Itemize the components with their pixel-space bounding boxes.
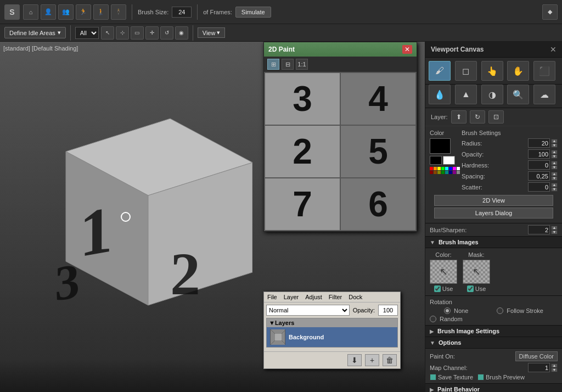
color-use-checkbox[interactable] bbox=[434, 285, 441, 292]
diamond-icon[interactable]: ◆ bbox=[542, 4, 558, 20]
rect-select-icon[interactable]: ▭ bbox=[131, 26, 144, 40]
map-channel-down[interactable]: ▼ bbox=[551, 368, 558, 372]
layers-footer-btn1[interactable]: ⬇ bbox=[347, 354, 362, 366]
palette-color-cell[interactable] bbox=[453, 171, 456, 174]
toolbar-icon-figure[interactable]: 🏃 bbox=[76, 4, 91, 20]
half-circle-tool[interactable]: ◑ bbox=[481, 85, 503, 104]
radius-up[interactable]: ▲ bbox=[551, 139, 558, 143]
layer-select-btn[interactable]: ⊡ bbox=[488, 110, 504, 124]
options-section-header[interactable]: ▼ Options bbox=[425, 337, 562, 349]
paint-tile[interactable]: 6 bbox=[341, 178, 415, 230]
toolbar-icon-1[interactable]: ⌂ bbox=[23, 4, 38, 20]
opacity-input[interactable] bbox=[528, 149, 550, 159]
triangle-tool[interactable]: ▲ bbox=[455, 85, 477, 104]
spacing-down[interactable]: ▼ bbox=[551, 176, 558, 181]
palette-color-cell[interactable] bbox=[449, 171, 452, 174]
palette-color-cell[interactable] bbox=[441, 167, 445, 170]
paint-tile[interactable]: 2 bbox=[265, 126, 340, 177]
radius-down[interactable]: ▼ bbox=[551, 143, 558, 148]
scatter-input[interactable] bbox=[528, 182, 550, 192]
palette-color-cell[interactable] bbox=[437, 171, 441, 174]
magnify-tool[interactable]: 🔍 bbox=[507, 85, 529, 104]
layers-section-header[interactable]: ▼ Layers bbox=[267, 318, 397, 327]
zoom-1to1[interactable]: 1:1 bbox=[296, 59, 308, 70]
palette-color-cell[interactable] bbox=[449, 167, 452, 170]
all-dropdown[interactable]: All bbox=[75, 27, 99, 39]
palette-color-cell[interactable] bbox=[445, 171, 448, 174]
opacity-down[interactable]: ▼ bbox=[551, 154, 558, 159]
palette-color-cell[interactable] bbox=[441, 171, 445, 174]
paint-canvas[interactable]: 342576 bbox=[264, 72, 417, 231]
toolbar-icon-person2[interactable]: 👥 bbox=[58, 4, 74, 20]
eraser-tool[interactable]: ◻ bbox=[455, 61, 477, 81]
layers-menu-file[interactable]: File bbox=[267, 294, 277, 300]
palette-color-cell[interactable] bbox=[434, 167, 437, 170]
simulate-button[interactable]: Simulate bbox=[235, 7, 271, 18]
rotate-icon[interactable]: ↺ bbox=[160, 26, 173, 40]
view-button[interactable]: View ▾ bbox=[198, 27, 226, 38]
hardness-input[interactable] bbox=[528, 160, 550, 170]
toolbar-icon-figure3[interactable]: 🕴 bbox=[111, 4, 126, 20]
brush-size-input[interactable] bbox=[172, 7, 192, 18]
background-layer-item[interactable]: Background bbox=[267, 327, 397, 347]
brush-preview-checkbox[interactable] bbox=[477, 374, 484, 380]
layers-menu-adjust[interactable]: Adjust bbox=[305, 294, 322, 300]
layers-menu-filter[interactable]: Filter bbox=[329, 294, 342, 300]
toolbar-icon-figure2[interactable]: 🚶 bbox=[93, 4, 109, 20]
grid-icon[interactable]: ⊞ bbox=[267, 59, 279, 70]
brush-image-settings-section[interactable]: ▶ Brush Image Settings bbox=[425, 326, 562, 337]
spray-tool[interactable]: ☁ bbox=[533, 85, 555, 104]
palette-color-cell[interactable] bbox=[457, 171, 460, 174]
eye-icon[interactable]: ◉ bbox=[175, 26, 188, 40]
hardness-up[interactable]: ▲ bbox=[551, 161, 558, 165]
select-icon[interactable]: ↖ bbox=[101, 26, 114, 40]
brush-images-section-header[interactable]: ▼ Brush Images bbox=[425, 237, 562, 248]
layers-dialog-button[interactable]: Layers Dialog bbox=[434, 208, 553, 219]
layers-add-button[interactable]: + bbox=[365, 354, 379, 366]
palette-color-cell[interactable] bbox=[453, 167, 456, 170]
right-panel-close-button[interactable]: ✕ bbox=[550, 45, 557, 54]
opacity-up[interactable]: ▲ bbox=[551, 150, 558, 154]
color-brush-thumb[interactable]: ↖ bbox=[430, 260, 457, 284]
paint-tile[interactable]: 5 bbox=[341, 126, 415, 177]
grid2-icon[interactable]: ⊟ bbox=[282, 59, 294, 70]
view-2d-button[interactable]: 2D View bbox=[434, 195, 553, 206]
paint-tile[interactable]: 7 bbox=[265, 178, 340, 230]
mask-use-checkbox[interactable] bbox=[467, 285, 474, 292]
fill-tool[interactable]: ⬛ bbox=[533, 61, 555, 81]
spacing-input[interactable] bbox=[528, 171, 550, 181]
mask-brush-thumb[interactable]: ↖ bbox=[463, 260, 490, 284]
paint-on-value[interactable]: Diffuse Color bbox=[515, 351, 558, 361]
map-channel-up[interactable]: ▲ bbox=[551, 363, 558, 368]
dialog-close-button[interactable]: ✕ bbox=[402, 45, 412, 54]
opacity-input[interactable] bbox=[378, 305, 398, 316]
paint-behavior-section[interactable]: ▶ Paint Behavior bbox=[425, 384, 562, 392]
save-texture-checkbox[interactable] bbox=[430, 374, 436, 380]
layers-menu-dock[interactable]: Dock bbox=[349, 294, 362, 300]
scatter-down[interactable]: ▼ bbox=[551, 187, 558, 192]
3d-viewport[interactable]: [standard] [Default Shading] 1 3 2 bbox=[0, 42, 425, 392]
paint-tile[interactable]: 3 bbox=[265, 73, 340, 125]
none-radio[interactable] bbox=[444, 307, 451, 314]
layer-up-btn[interactable]: ⬆ bbox=[451, 110, 467, 124]
blend-mode-select[interactable]: Normal bbox=[266, 305, 350, 316]
toolbar-icon-person[interactable]: 👤 bbox=[41, 4, 56, 20]
smear-tool[interactable]: ✋ bbox=[507, 61, 529, 81]
map-channel-input[interactable] bbox=[528, 363, 550, 372]
transform-icon[interactable]: ✛ bbox=[145, 26, 159, 40]
color-swatch-main[interactable] bbox=[430, 138, 451, 154]
hardness-down[interactable]: ▼ bbox=[551, 165, 558, 170]
scatter-up[interactable]: ▲ bbox=[551, 183, 558, 187]
paint-brush-tool[interactable]: 🖌 bbox=[429, 61, 451, 81]
radius-input[interactable] bbox=[528, 138, 550, 148]
clone-tool[interactable]: 👆 bbox=[481, 61, 503, 81]
random-radio[interactable] bbox=[430, 316, 436, 322]
fg-color-swatch[interactable] bbox=[430, 156, 442, 165]
palette-color-cell[interactable] bbox=[430, 171, 433, 174]
layers-menu-layer[interactable]: Layer bbox=[284, 294, 299, 300]
spacing-up[interactable]: ▲ bbox=[551, 172, 558, 176]
define-idle-button[interactable]: Define Idle Areas ▾ bbox=[4, 27, 66, 38]
palette-color-cell[interactable] bbox=[437, 167, 441, 170]
palette-color-cell[interactable] bbox=[445, 167, 448, 170]
palette-color-cell[interactable] bbox=[457, 167, 460, 170]
